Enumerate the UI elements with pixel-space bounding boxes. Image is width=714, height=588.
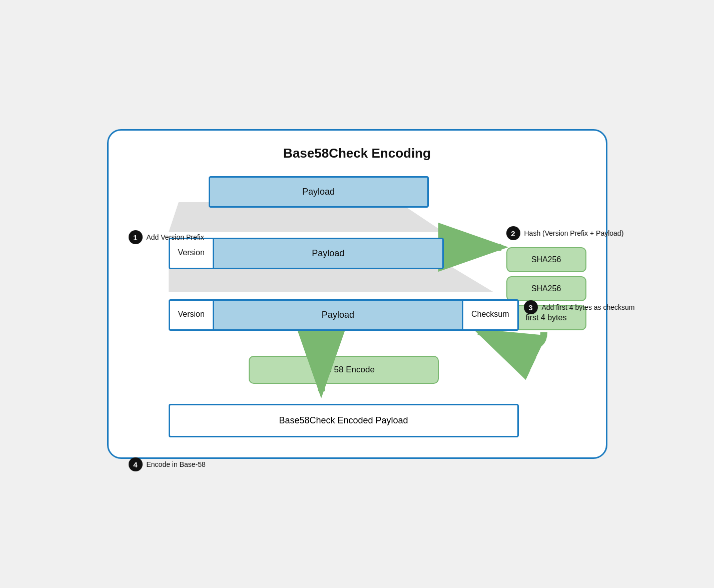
- payload-box-row2: Payload: [214, 239, 442, 268]
- checksum-box: Checksum: [462, 301, 517, 329]
- trapezoid-spacer: [179, 208, 399, 238]
- payload-top-box: Payload: [209, 176, 429, 208]
- encode-section: Base 58 Encode: [169, 331, 519, 404]
- row2-box: Version Payload: [169, 238, 444, 269]
- step4-container: 4 Encode in Base-58: [129, 457, 206, 471]
- step4-label: Encode in Base-58: [147, 460, 206, 468]
- step3-circle: 3: [524, 300, 538, 314]
- version-box-row3: Version: [170, 301, 214, 329]
- base58-encode-box: Base 58 Encode: [249, 356, 439, 384]
- right-column: 2 Hash (Version Prefix + Payload) SHA256…: [506, 226, 624, 334]
- step3-label: Add first 4 bytes as checksum: [542, 303, 635, 311]
- diagram-container: Base58Check Encoding: [107, 129, 607, 459]
- payload-top-wrapper: Payload: [179, 176, 586, 208]
- step4-circle: 4: [129, 457, 143, 471]
- payload-box-row3: Payload: [214, 301, 462, 329]
- step1-label: Add Version Prefix: [147, 233, 204, 241]
- step1-circle: 1: [129, 230, 143, 244]
- step2-circle: 2: [506, 226, 520, 240]
- final-output-box: Base58Check Encoded Payload: [169, 404, 519, 437]
- diagram-title: Base58Check Encoding: [129, 146, 586, 161]
- step2-label: Hash (Version Prefix + Payload): [524, 229, 624, 237]
- row3-box: Version Payload Checksum: [169, 299, 519, 331]
- sha256-box-1: SHA256: [506, 247, 586, 272]
- sha256-box-2: SHA256: [506, 276, 586, 301]
- step2-container: 2 Hash (Version Prefix + Payload): [506, 226, 624, 240]
- step3-container: 3 Add first 4 bytes as checksum: [524, 300, 635, 314]
- step1-container: 1 Add Version Prefix: [129, 230, 204, 244]
